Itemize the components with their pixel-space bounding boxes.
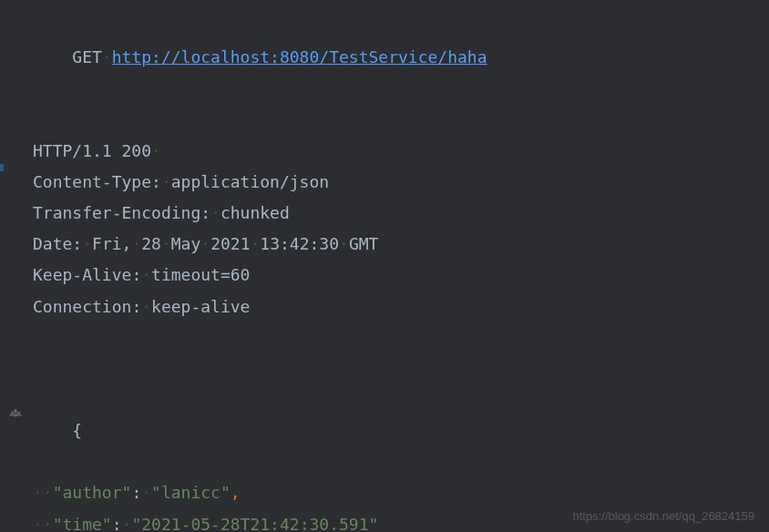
blank-line	[0, 105, 769, 136]
header-name: Transfer-Encoding	[33, 203, 200, 222]
header-value: timeout=60	[151, 265, 250, 284]
header-line: Connection:·keep-alive	[0, 292, 769, 322]
json-value: "2021-05-28T21:42:30.591"	[131, 515, 378, 532]
request-url-link[interactable]: http://localhost:8080/TestService/haha	[112, 47, 487, 66]
header-value: keep-alive	[151, 297, 250, 316]
json-value: "lanicc"	[151, 483, 231, 502]
whitespace-dot: ·	[151, 141, 161, 160]
whitespace-dot: ·	[102, 47, 112, 66]
json-entry-line: ··"author":·"lanicc",	[0, 477, 769, 508]
code-editor: GET·http://localhost:8080/TestService/ha…	[0, 0, 769, 532]
json-key: "time"	[53, 515, 112, 532]
fold-down-icon[interactable]	[7, 407, 24, 424]
http-method: GET	[72, 47, 102, 66]
header-name: Connection	[33, 297, 131, 316]
status-text: HTTP/1.1 200	[33, 141, 151, 160]
trailing-comma: ,	[231, 483, 241, 502]
blank-line	[0, 322, 769, 353]
header-line: Transfer-Encoding:·chunked	[0, 198, 769, 229]
open-brace: {	[72, 421, 82, 440]
header-name: Content-Type	[33, 172, 151, 191]
request-line: GET·http://localhost:8080/TestService/ha…	[0, 11, 769, 105]
header-value: application/json	[171, 172, 329, 191]
header-value: chunked	[220, 203, 290, 222]
header-name: Keep-Alive	[33, 265, 131, 284]
watermark: https://blog.csdn.net/qq_26824159	[573, 509, 755, 523]
header-name: Date	[33, 234, 72, 253]
status-line: HTTP/1.1 200·	[0, 136, 769, 167]
json-open-brace-line: {	[0, 353, 769, 478]
header-line: Content-Type:·application/json	[0, 167, 769, 198]
json-key: "author"	[53, 483, 132, 502]
header-line: Keep-Alive:·timeout=60	[0, 260, 769, 291]
header-line: Date:·Fri,·28·May·2021·13:42:30·GMT	[0, 229, 769, 260]
